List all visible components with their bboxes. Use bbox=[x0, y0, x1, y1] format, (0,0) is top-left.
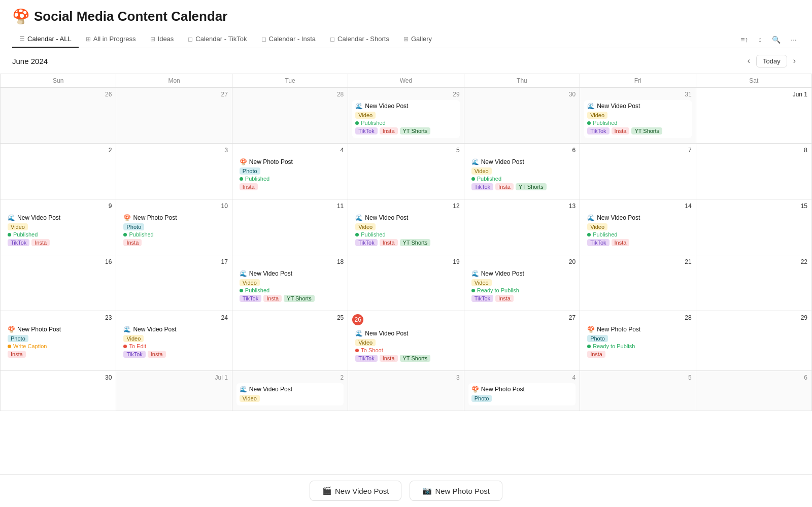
event-card-2-5-0[interactable]: 🌊 New Video PostVideoPublishedTikTokInst… bbox=[584, 212, 691, 250]
today-button[interactable]: Today bbox=[756, 55, 787, 67]
tab-icon-calendar-shorts: ◻ bbox=[330, 36, 335, 43]
calendar-cell-1-2[interactable]: 4🍄 New Photo PostPhotoPublishedInsta bbox=[232, 144, 348, 199]
calendar-cell-4-2[interactable]: 25 bbox=[232, 311, 348, 371]
calendar-cell-3-3[interactable]: 19 bbox=[348, 255, 464, 311]
event-card-4-1-0[interactable]: 🌊 New Video PostVideoTo EditTikTokInsta bbox=[120, 323, 227, 361]
calendar-cell-1-6[interactable]: 8 bbox=[696, 144, 812, 199]
prev-month-button[interactable]: ‹ bbox=[743, 54, 754, 67]
status-text: Published bbox=[245, 176, 269, 182]
calendar-cell-0-3[interactable]: 29🌊 New Video PostVideoPublishedTikTokIn… bbox=[348, 88, 464, 144]
event-card-1-2-0[interactable]: 🍄 New Photo PostPhotoPublishedInsta bbox=[236, 156, 344, 194]
platform-tags: Insta bbox=[8, 351, 109, 359]
tab-label-ideas: Ideas bbox=[158, 35, 174, 43]
status-dot bbox=[123, 345, 127, 348]
calendar-cell-4-0[interactable]: 23🍄 New Photo PostPhotoWrite CaptionInst… bbox=[1, 311, 116, 371]
event-card-0-5-0[interactable]: 🌊 New Video PostVideoPublishedTikTokInst… bbox=[584, 100, 691, 138]
calendar-cell-1-3[interactable]: 5 bbox=[348, 144, 464, 199]
platform-tags: TikTokInsta bbox=[587, 239, 688, 247]
day-number: 27 bbox=[120, 91, 227, 98]
calendar-cell-5-2[interactable]: 2🌊 New Video PostVideo bbox=[232, 371, 348, 411]
calendar-cell-4-3[interactable]: 26🌊 New Video PostVideoTo ShootTikTokIns… bbox=[348, 311, 464, 371]
event-card-4-3-0[interactable]: 🌊 New Video PostVideoTo ShootTikTokInsta… bbox=[352, 327, 459, 365]
day-number: 29 bbox=[700, 314, 807, 321]
event-type-tag: Video bbox=[355, 339, 456, 347]
calendar-cell-3-5[interactable]: 21 bbox=[580, 255, 696, 311]
day-number: 15 bbox=[700, 202, 807, 210]
tab-calendar-insta[interactable]: ◻ Calendar - Insta bbox=[254, 31, 323, 48]
calendar-cell-0-1[interactable]: 27 bbox=[116, 88, 232, 144]
event-card-2-1-0[interactable]: 🍄 New Photo PostPhotoPublishedInsta bbox=[120, 212, 227, 250]
event-card-1-4-0[interactable]: 🌊 New Video PostVideoPublishedTikTokInst… bbox=[468, 156, 576, 194]
calendar-cell-2-3[interactable]: 12🌊 New Video PostVideoPublishedTikTokIn… bbox=[348, 199, 464, 255]
calendar-cell-5-0[interactable]: 30 bbox=[1, 371, 116, 411]
day-number: 2 bbox=[5, 147, 112, 154]
event-card-4-5-0[interactable]: 🍄 New Photo PostPhotoReady to PublishIns… bbox=[584, 323, 691, 361]
calendar-cell-4-5[interactable]: 28🍄 New Photo PostPhotoReady to PublishI… bbox=[580, 311, 696, 371]
event-title: 🍄 New Photo Post bbox=[123, 214, 224, 221]
event-card-2-3-0[interactable]: 🌊 New Video PostVideoPublishedTikTokInst… bbox=[352, 212, 459, 250]
day-number: 30 bbox=[468, 91, 576, 98]
platform-tag-tiktok: TikTok bbox=[355, 127, 377, 134]
calendar-cell-0-0[interactable]: 26 bbox=[1, 88, 116, 144]
calendar-cell-0-5[interactable]: 31🌊 New Video PostVideoPublishedTikTokIn… bbox=[580, 88, 696, 144]
calendar-cell-2-4[interactable]: 13 bbox=[464, 199, 580, 255]
calendar-cell-2-6[interactable]: 15 bbox=[696, 199, 812, 255]
event-type-tag: Video bbox=[471, 167, 572, 176]
calendar-cell-4-1[interactable]: 24🌊 New Video PostVideoTo EditTikTokInst… bbox=[116, 311, 232, 371]
type-badge: Photo bbox=[587, 335, 608, 342]
calendar-cell-2-0[interactable]: 9🌊 New Video PostVideoPublishedTikTokIns… bbox=[1, 199, 116, 255]
calendar-cell-3-0[interactable]: 16 bbox=[1, 255, 116, 311]
filter-button[interactable]: ≡↑ bbox=[737, 33, 751, 46]
tab-ideas[interactable]: ⊟ Ideas bbox=[143, 31, 181, 48]
event-card-4-0-0[interactable]: 🍄 New Photo PostPhotoWrite CaptionInsta bbox=[5, 323, 112, 361]
calendar-cell-0-2[interactable]: 28 bbox=[232, 88, 348, 144]
calendar-cell-5-6[interactable]: 6 bbox=[696, 371, 812, 411]
event-title-text: New Photo Post bbox=[481, 386, 525, 393]
calendar-month: June 2024 bbox=[12, 57, 48, 65]
platform-tag-insta: Insta bbox=[612, 239, 630, 246]
calendar-cell-3-6[interactable]: 22 bbox=[696, 255, 812, 311]
tab-gallery[interactable]: ⊞ Gallery bbox=[396, 31, 439, 48]
tab-calendar-shorts[interactable]: ◻ Calendar - Shorts bbox=[323, 31, 396, 48]
event-card-3-2-0[interactable]: 🌊 New Video PostVideoPublishedTikTokInst… bbox=[236, 267, 344, 306]
event-card-0-3-0[interactable]: 🌊 New Video PostVideoPublishedTikTokInst… bbox=[352, 100, 459, 138]
event-card-5-2-0[interactable]: 🌊 New Video PostVideo bbox=[236, 383, 344, 405]
event-title: 🌊 New Video Post bbox=[355, 214, 456, 221]
calendar-cell-0-4[interactable]: 30 bbox=[464, 88, 580, 144]
calendar-cell-5-4[interactable]: 4🍄 New Photo PostPhoto bbox=[464, 371, 580, 411]
tab-calendar-tiktok[interactable]: ◻ Calendar - TikTok bbox=[181, 31, 254, 48]
event-card-5-4-0[interactable]: 🍄 New Photo PostPhoto bbox=[468, 383, 576, 405]
calendar-cell-5-1[interactable]: Jul 1 bbox=[116, 371, 232, 411]
calendar-cell-1-0[interactable]: 2 bbox=[1, 144, 116, 199]
status-text: Published bbox=[361, 231, 385, 238]
status-row: To Shoot bbox=[355, 347, 456, 353]
calendar-cell-1-1[interactable]: 3 bbox=[116, 144, 232, 199]
calendar-cell-5-3[interactable]: 3 bbox=[348, 371, 464, 411]
calendar-cell-3-4[interactable]: 20🌊 New Video PostVideoReady to PublishT… bbox=[464, 255, 580, 311]
calendar-cell-1-4[interactable]: 6🌊 New Video PostVideoPublishedTikTokIns… bbox=[464, 144, 580, 199]
event-card-3-4-0[interactable]: 🌊 New Video PostVideoReady to PublishTik… bbox=[468, 267, 576, 306]
tab-calendar-all[interactable]: ☰ Calendar - ALL bbox=[12, 31, 79, 48]
calendar-cell-4-4[interactable]: 27 bbox=[464, 311, 580, 371]
platform-tags: Insta bbox=[587, 351, 688, 359]
status-dot bbox=[8, 233, 11, 236]
status-dot bbox=[471, 177, 475, 181]
calendar-cell-4-6[interactable]: 29 bbox=[696, 311, 812, 371]
calendar-cell-2-5[interactable]: 14🌊 New Video PostVideoPublishedTikTokIn… bbox=[580, 199, 696, 255]
search-button[interactable]: 🔍 bbox=[769, 33, 784, 46]
event-card-2-0-0[interactable]: 🌊 New Video PostVideoPublishedTikTokInst… bbox=[5, 212, 112, 250]
next-month-button[interactable]: › bbox=[789, 54, 800, 67]
tab-all-in-progress[interactable]: ⊞ All in Progress bbox=[79, 31, 143, 48]
event-emoji: 🌊 bbox=[587, 103, 595, 110]
calendar-cell-3-2[interactable]: 18🌊 New Video PostVideoPublishedTikTokIn… bbox=[232, 255, 348, 311]
calendar-cell-3-1[interactable]: 17 bbox=[116, 255, 232, 311]
status-row: Published bbox=[587, 231, 688, 238]
event-title-text: New Video Post bbox=[597, 214, 640, 221]
more-options-button[interactable]: ··· bbox=[788, 33, 800, 46]
calendar-cell-5-5[interactable]: 5 bbox=[580, 371, 696, 411]
calendar-cell-2-1[interactable]: 10🍄 New Photo PostPhotoPublishedInsta bbox=[116, 199, 232, 255]
calendar-cell-2-2[interactable]: 11 bbox=[232, 199, 348, 255]
sort-button[interactable]: ↕ bbox=[755, 33, 765, 46]
calendar-cell-0-6[interactable]: Jun 1 bbox=[696, 88, 812, 144]
calendar-cell-1-5[interactable]: 7 bbox=[580, 144, 696, 199]
